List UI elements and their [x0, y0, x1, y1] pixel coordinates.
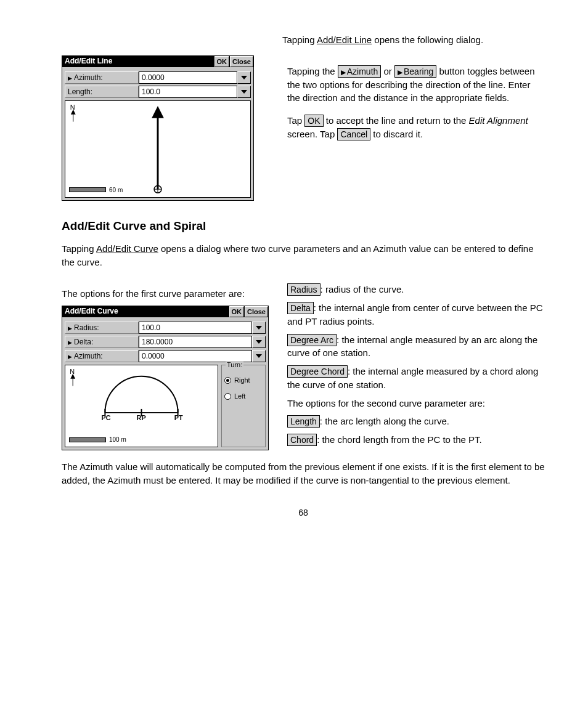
cancel-button-ref: Cancel: [337, 128, 370, 140]
azimuth-button-ref: ▶Azimuth: [338, 65, 382, 78]
curve-lead-sentence: Tapping Add/Edit Curve opens a dialog wh…: [62, 242, 545, 269]
azimuth-input[interactable]: 0.0000: [139, 71, 237, 84]
delta-input[interactable]: 180.0000: [139, 336, 252, 348]
ok-button[interactable]: OK: [214, 56, 230, 67]
svg-marker-12: [256, 354, 262, 358]
svg-text:PC: PC: [101, 414, 110, 421]
options2-intro: The options for the second curve paramet…: [287, 397, 545, 410]
scale-bar: 60 m: [69, 187, 123, 193]
svg-text:N: N: [70, 103, 75, 111]
azimuth-dropdown[interactable]: [252, 350, 266, 362]
opt-length: Length: the arc length along the curve.: [287, 415, 545, 428]
length-input[interactable]: 100.0: [139, 86, 237, 98]
opt-chord: Chord: the chord length from the PC to t…: [287, 433, 545, 447]
length-label: Length:: [65, 86, 139, 98]
line-preview: N 60 m: [65, 100, 251, 198]
radius-picklist[interactable]: ▶Radius:: [65, 322, 139, 334]
line-lead-sentence: Tapping Add/Edit Line opens the followin…: [282, 33, 545, 47]
azimuth-picklist[interactable]: ▶Azimuth:: [65, 71, 139, 84]
chord-button-ref: Chord: [287, 434, 317, 446]
dialog-titlebar: Add/Edit Line OK Close: [62, 56, 253, 67]
opt-delta: Delta: the internal angle from center of…: [287, 301, 545, 328]
svg-marker-1: [241, 90, 247, 94]
curve-bottom-para: The Azimuth value will automatically be …: [62, 460, 545, 487]
delta-picklist[interactable]: ▶Delta:: [65, 336, 139, 348]
azimuth-input[interactable]: 0.0000: [139, 350, 252, 362]
line-para-1: Tapping the ▶Azimuth or ▶Bearing button …: [287, 65, 545, 105]
add-edit-curve-link: Add/Edit Curve: [96, 243, 158, 254]
curve-heading: Add/Edit Curve and Spiral: [62, 219, 545, 233]
svg-text:RP: RP: [137, 414, 146, 421]
dialog-titlebar: Add/Edit Curve OK Close: [62, 306, 268, 317]
curve-preview: N PC RP PT: [65, 365, 218, 447]
dialog-title: Add/Edit Line: [62, 56, 214, 67]
scale-bar: 100 m: [69, 436, 126, 443]
add-edit-curve-dialog: Add/Edit Curve OK Close ▶Radius: 100.0 ▶…: [62, 306, 269, 450]
opt-degree-chord: Degree Chord: the internal angle measure…: [287, 365, 545, 392]
delta-dropdown[interactable]: [252, 336, 266, 348]
degree-arc-button-ref: Degree Arc: [287, 334, 337, 346]
add-edit-line-dialog: Add/Edit Line OK Close ▶Azimuth: 0.0000 …: [62, 55, 254, 201]
turn-legend: Turn:: [226, 361, 243, 368]
radius-button-ref: Radius: [287, 283, 321, 296]
add-edit-line-link: Add/Edit Line: [317, 34, 372, 45]
options-intro: The options for the first curve paramete…: [62, 287, 276, 301]
page-number: 68: [62, 508, 545, 517]
svg-marker-0: [241, 76, 247, 79]
svg-marker-10: [256, 326, 262, 330]
azimuth-picklist[interactable]: ▶Azimuth:: [65, 350, 139, 362]
close-button[interactable]: Close: [230, 56, 253, 67]
svg-text:PT: PT: [174, 414, 183, 421]
svg-text:N: N: [70, 368, 75, 375]
length-button-ref: Length: [287, 415, 320, 428]
turn-right-radio[interactable]: Right: [224, 376, 263, 384]
svg-marker-6: [152, 106, 164, 118]
close-button[interactable]: Close: [245, 306, 268, 317]
line-para-2: Tap OK to accept the line and return to …: [287, 114, 545, 141]
radius-dropdown[interactable]: [252, 322, 266, 334]
radius-input[interactable]: 100.0: [139, 322, 252, 334]
ok-button-ref: OK: [304, 115, 323, 127]
turn-left-radio[interactable]: Left: [224, 392, 263, 400]
turn-group: Turn: Right Left: [221, 365, 266, 447]
length-dropdown[interactable]: [237, 86, 251, 98]
opt-radius: Radius: radius of the curve.: [287, 283, 545, 296]
opt-degree-arc: Degree Arc: the internal angle measured …: [287, 333, 545, 360]
delta-button-ref: Delta: [287, 302, 314, 314]
ok-button[interactable]: OK: [229, 306, 245, 317]
azimuth-dropdown[interactable]: [237, 71, 251, 84]
bearing-button-ref: ▶Bearing: [394, 65, 436, 78]
degree-chord-button-ref: Degree Chord: [287, 365, 348, 378]
dialog-title: Add/Edit Curve: [62, 306, 229, 317]
svg-marker-11: [256, 340, 262, 344]
